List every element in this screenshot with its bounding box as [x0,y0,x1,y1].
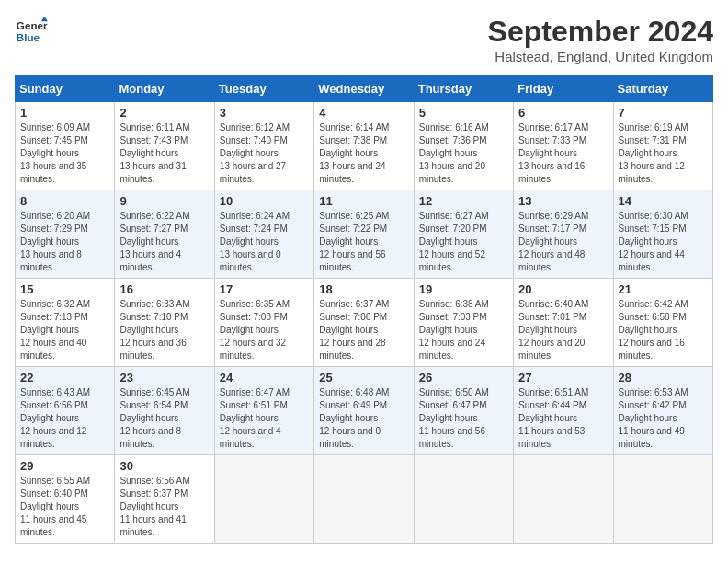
calendar-day: 3 Sunrise: 6:12 AM Sunset: 7:40 PM Dayli… [214,102,313,190]
day-number: 13 [518,194,608,208]
calendar-day: 15 Sunrise: 6:32 AM Sunset: 7:13 PM Dayl… [16,279,115,367]
calendar-day: 1 Sunrise: 6:09 AM Sunset: 7:45 PM Dayli… [16,102,115,190]
calendar-day: 18 Sunrise: 6:37 AM Sunset: 7:06 PM Dayl… [314,279,414,367]
day-detail: Sunrise: 6:45 AM Sunset: 6:54 PM Dayligh… [119,386,209,451]
day-number: 23 [119,371,209,385]
day-detail: Sunrise: 6:12 AM Sunset: 7:40 PM Dayligh… [220,121,309,186]
day-detail: Sunrise: 6:47 AM Sunset: 6:51 PM Dayligh… [220,386,309,451]
weekday-header: Wednesday [314,76,414,102]
day-number: 11 [319,194,408,208]
month-title: September 2024 [488,15,713,49]
weekday-header: Monday [115,76,214,102]
calendar-day: 22 Sunrise: 6:43 AM Sunset: 6:56 PM Dayl… [16,367,115,455]
day-number: 16 [119,282,209,296]
day-number: 2 [119,106,209,120]
day-detail: Sunrise: 6:51 AM Sunset: 6:44 PM Dayligh… [518,386,608,451]
svg-text:Blue: Blue [17,31,40,43]
calendar-day: 5 Sunrise: 6:16 AM Sunset: 7:36 PM Dayli… [414,102,513,190]
day-detail: Sunrise: 6:38 AM Sunset: 7:03 PM Dayligh… [419,298,508,362]
weekday-header: Friday [514,76,613,102]
title-block: September 2024 Halstead, England, United… [488,15,713,64]
calendar-day: 11 Sunrise: 6:25 AM Sunset: 7:22 PM Dayl… [314,190,414,279]
day-detail: Sunrise: 6:22 AM Sunset: 7:27 PM Dayligh… [119,210,209,274]
day-detail: Sunrise: 6:42 AM Sunset: 6:58 PM Dayligh… [619,298,708,362]
calendar-day: 29 Sunrise: 6:55 AM Sunset: 6:40 PM Dayl… [16,455,115,544]
day-detail: Sunrise: 6:53 AM Sunset: 6:42 PM Dayligh… [619,386,708,451]
day-detail: Sunrise: 6:50 AM Sunset: 6:47 PM Dayligh… [419,386,508,451]
day-number: 4 [319,106,408,120]
day-number: 9 [119,194,209,208]
day-detail: Sunrise: 6:17 AM Sunset: 7:33 PM Dayligh… [518,121,608,186]
calendar-day: 25 Sunrise: 6:48 AM Sunset: 6:49 PM Dayl… [314,367,414,455]
calendar-day: 28 Sunrise: 6:53 AM Sunset: 6:42 PM Dayl… [613,367,712,455]
day-detail: Sunrise: 6:43 AM Sunset: 6:56 PM Dayligh… [20,386,109,451]
day-detail: Sunrise: 6:09 AM Sunset: 7:45 PM Dayligh… [20,121,109,186]
calendar-day: 8 Sunrise: 6:20 AM Sunset: 7:29 PM Dayli… [16,190,115,279]
day-number: 27 [518,371,608,385]
calendar-day [314,455,414,544]
day-detail: Sunrise: 6:27 AM Sunset: 7:20 PM Dayligh… [419,210,508,274]
day-number: 29 [20,459,109,473]
calendar-day: 27 Sunrise: 6:51 AM Sunset: 6:44 PM Dayl… [514,367,613,455]
day-number: 21 [619,282,708,296]
day-number: 10 [220,194,309,208]
day-number: 28 [619,371,708,385]
logo: General Blue [15,15,48,48]
day-number: 12 [419,194,508,208]
calendar-day [514,455,613,544]
weekday-header: Saturday [613,76,712,102]
calendar-day: 10 Sunrise: 6:24 AM Sunset: 7:24 PM Dayl… [214,190,313,279]
day-number: 18 [319,282,408,296]
day-detail: Sunrise: 6:37 AM Sunset: 7:06 PM Dayligh… [319,298,408,362]
calendar-day: 6 Sunrise: 6:17 AM Sunset: 7:33 PM Dayli… [514,102,613,190]
calendar-day: 19 Sunrise: 6:38 AM Sunset: 7:03 PM Dayl… [414,279,513,367]
day-number: 30 [119,459,209,473]
calendar-day: 16 Sunrise: 6:33 AM Sunset: 7:10 PM Dayl… [115,279,214,367]
day-detail: Sunrise: 6:40 AM Sunset: 7:01 PM Dayligh… [518,298,608,362]
day-number: 5 [419,106,508,120]
day-number: 14 [619,194,708,208]
day-detail: Sunrise: 6:35 AM Sunset: 7:08 PM Dayligh… [220,298,309,362]
day-detail: Sunrise: 6:24 AM Sunset: 7:24 PM Dayligh… [220,210,309,274]
calendar-day: 9 Sunrise: 6:22 AM Sunset: 7:27 PM Dayli… [115,190,214,279]
day-detail: Sunrise: 6:20 AM Sunset: 7:29 PM Dayligh… [20,210,109,274]
calendar-day: 26 Sunrise: 6:50 AM Sunset: 6:47 PM Dayl… [414,367,513,455]
weekday-header: Thursday [414,76,513,102]
day-detail: Sunrise: 6:19 AM Sunset: 7:31 PM Dayligh… [619,121,708,186]
calendar-day: 14 Sunrise: 6:30 AM Sunset: 7:15 PM Dayl… [613,190,712,279]
day-detail: Sunrise: 6:29 AM Sunset: 7:17 PM Dayligh… [518,210,608,274]
calendar-day: 20 Sunrise: 6:40 AM Sunset: 7:01 PM Dayl… [514,279,613,367]
calendar-day [414,455,513,544]
day-detail: Sunrise: 6:33 AM Sunset: 7:10 PM Dayligh… [119,298,209,362]
calendar-day: 13 Sunrise: 6:29 AM Sunset: 7:17 PM Dayl… [514,190,613,279]
day-number: 24 [220,371,309,385]
day-number: 25 [319,371,408,385]
day-detail: Sunrise: 6:16 AM Sunset: 7:36 PM Dayligh… [419,121,508,186]
calendar-day: 21 Sunrise: 6:42 AM Sunset: 6:58 PM Dayl… [613,279,712,367]
day-number: 22 [20,371,109,385]
logo-icon: General Blue [15,15,48,48]
calendar-table: SundayMondayTuesdayWednesdayThursdayFrid… [15,75,713,544]
calendar-day: 30 Sunrise: 6:56 AM Sunset: 6:37 PM Dayl… [115,455,214,544]
calendar-day: 7 Sunrise: 6:19 AM Sunset: 7:31 PM Dayli… [613,102,712,190]
day-detail: Sunrise: 6:14 AM Sunset: 7:38 PM Dayligh… [319,121,408,186]
day-number: 15 [20,282,109,296]
calendar-day [613,455,712,544]
day-detail: Sunrise: 6:11 AM Sunset: 7:43 PM Dayligh… [119,121,209,186]
calendar-day: 17 Sunrise: 6:35 AM Sunset: 7:08 PM Dayl… [214,279,313,367]
weekday-header: Tuesday [214,76,313,102]
calendar-day [214,455,313,544]
day-number: 7 [619,106,708,120]
day-detail: Sunrise: 6:25 AM Sunset: 7:22 PM Dayligh… [319,210,408,274]
day-number: 6 [518,106,608,120]
day-number: 8 [20,194,109,208]
page-header: General Blue September 2024 Halstead, En… [15,15,713,64]
calendar-day: 2 Sunrise: 6:11 AM Sunset: 7:43 PM Dayli… [115,102,214,190]
day-number: 19 [419,282,508,296]
day-number: 1 [20,106,109,120]
location-title: Halstead, England, United Kingdom [488,49,713,64]
calendar-day: 23 Sunrise: 6:45 AM Sunset: 6:54 PM Dayl… [115,367,214,455]
calendar-day: 4 Sunrise: 6:14 AM Sunset: 7:38 PM Dayli… [314,102,414,190]
day-number: 26 [419,371,508,385]
day-detail: Sunrise: 6:32 AM Sunset: 7:13 PM Dayligh… [20,298,109,362]
